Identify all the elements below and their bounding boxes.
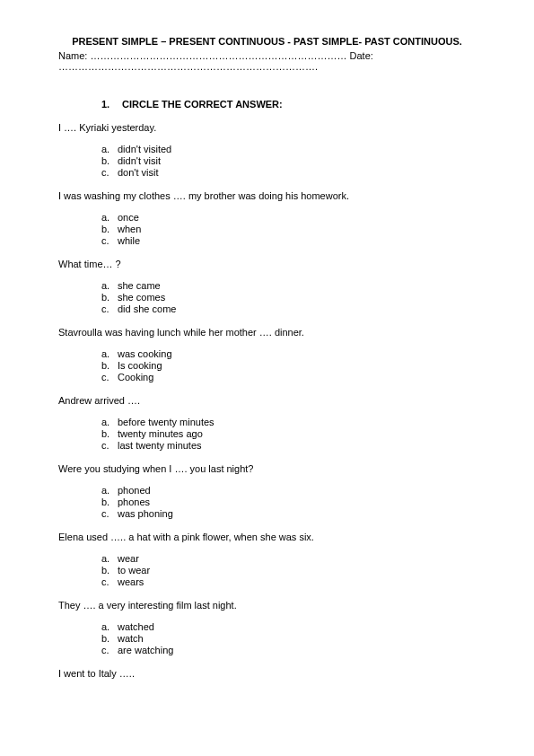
options-list: a.wearb.to wearc.wears <box>101 553 476 587</box>
option-item: a.didn't visited <box>101 144 476 154</box>
option-text: to wear <box>118 565 150 576</box>
option-letter: b. <box>101 428 118 439</box>
option-item: c.are watching <box>101 645 476 655</box>
option-letter: a. <box>101 280 118 291</box>
option-item: c.don't visit <box>101 167 476 178</box>
option-text: watch <box>118 633 144 644</box>
option-text: when <box>118 224 141 234</box>
option-text: wear <box>118 553 139 564</box>
option-text: Cooking <box>118 372 153 382</box>
option-item: b.when <box>101 224 476 234</box>
option-item: b.Is cooking <box>101 360 476 371</box>
option-letter: b. <box>101 565 118 576</box>
options-list: a.phonedb.phonesc.was phoning <box>101 485 476 519</box>
option-text: she comes <box>118 292 165 303</box>
option-letter: c. <box>101 645 118 655</box>
option-letter: a. <box>101 144 118 154</box>
option-letter: a. <box>101 621 118 632</box>
question-text: Stavroulla was having lunch while her mo… <box>58 327 476 338</box>
option-item: c.did she come <box>101 303 476 314</box>
option-letter: a. <box>101 417 118 427</box>
question-text: Were you studying when I …. you last nig… <box>58 463 476 474</box>
option-text: phoned <box>118 485 151 496</box>
options-list: a.didn't visitedb.didn't visitc.don't vi… <box>101 144 476 178</box>
option-letter: c. <box>101 372 118 382</box>
option-letter: c. <box>101 235 118 246</box>
question-text: I …. Kyriaki yesterday. <box>58 122 476 133</box>
option-item: c.wears <box>101 576 476 587</box>
name-field-label: Name: …………………………………………………………………… <box>58 50 346 61</box>
option-text: watched <box>118 621 154 632</box>
section-number: 1. <box>101 99 119 110</box>
option-item: a.was cooking <box>101 348 476 359</box>
option-text: before twenty minutes <box>118 417 214 427</box>
question-text: They …. a very interesting film last nig… <box>58 600 476 611</box>
option-text: twenty minutes ago <box>118 428 203 439</box>
option-text: was cooking <box>118 348 172 359</box>
option-letter: a. <box>101 485 118 496</box>
option-text: once <box>118 212 139 223</box>
option-item: a.once <box>101 212 476 223</box>
option-text: while <box>118 235 140 246</box>
options-list: a.she cameb.she comesc.did she come <box>101 280 476 314</box>
option-text: Is cooking <box>118 360 162 371</box>
option-item: a.wear <box>101 553 476 564</box>
option-item: a.before twenty minutes <box>101 417 476 427</box>
option-item: b.to wear <box>101 565 476 576</box>
option-item: b.didn't visit <box>101 155 476 166</box>
option-item: b.phones <box>101 497 476 507</box>
option-letter: c. <box>101 508 118 519</box>
option-letter: b. <box>101 292 118 303</box>
option-letter: c. <box>101 167 118 178</box>
option-item: a.she came <box>101 280 476 291</box>
option-text: didn't visited <box>118 144 171 154</box>
option-text: phones <box>118 497 150 507</box>
option-text: wears <box>118 576 144 587</box>
section-heading: 1. CIRCLE THE CORRECT ANSWER: <box>101 99 476 110</box>
option-item: b.she comes <box>101 292 476 303</box>
option-text: was phoning <box>118 508 173 519</box>
option-item: b.twenty minutes ago <box>101 428 476 439</box>
option-letter: c. <box>101 576 118 587</box>
options-list: a.onceb.whenc.while <box>101 212 476 246</box>
option-letter: a. <box>101 212 118 223</box>
option-letter: b. <box>101 497 118 507</box>
name-date-row: Name: …………………………………………………………………… Date: …… <box>58 50 476 72</box>
section-title: CIRCLE THE CORRECT ANSWER: <box>122 99 283 110</box>
option-text: don't visit <box>118 167 159 178</box>
option-item: c.while <box>101 235 476 246</box>
question-text: Elena used ….. a hat with a pink flower,… <box>58 532 476 542</box>
option-item: c.was phoning <box>101 508 476 519</box>
option-letter: c. <box>101 440 118 451</box>
option-letter: c. <box>101 303 118 314</box>
questions-container: I …. Kyriaki yesterday.a.didn't visitedb… <box>58 122 476 679</box>
question-text: Andrew arrived …. <box>58 395 476 406</box>
option-text: didn't visit <box>118 155 161 166</box>
page-title: PRESENT SIMPLE – PRESENT CONTINUOUS - PA… <box>58 36 476 47</box>
option-letter: a. <box>101 553 118 564</box>
option-item: c.last twenty minutes <box>101 440 476 451</box>
options-list: a.was cookingb.Is cookingc.Cooking <box>101 348 476 382</box>
question-text: I was washing my clothes …. my brother w… <box>58 190 476 201</box>
option-item: a.phoned <box>101 485 476 496</box>
question-text: What time… ? <box>58 259 476 269</box>
options-list: a.watchedb.watchc.are watching <box>101 621 476 655</box>
option-text: she came <box>118 280 161 291</box>
option-item: b.watch <box>101 633 476 644</box>
option-letter: b. <box>101 633 118 644</box>
option-letter: b. <box>101 155 118 166</box>
option-letter: a. <box>101 348 118 359</box>
option-letter: b. <box>101 360 118 371</box>
option-item: a.watched <box>101 621 476 632</box>
option-letter: b. <box>101 224 118 234</box>
option-text: are watching <box>118 645 173 655</box>
option-text: last twenty minutes <box>118 440 202 451</box>
option-item: c.Cooking <box>101 372 476 382</box>
question-text: I went to Italy ….. <box>58 668 476 679</box>
options-list: a.before twenty minutesb.twenty minutes … <box>101 417 476 451</box>
option-text: did she come <box>118 303 176 314</box>
